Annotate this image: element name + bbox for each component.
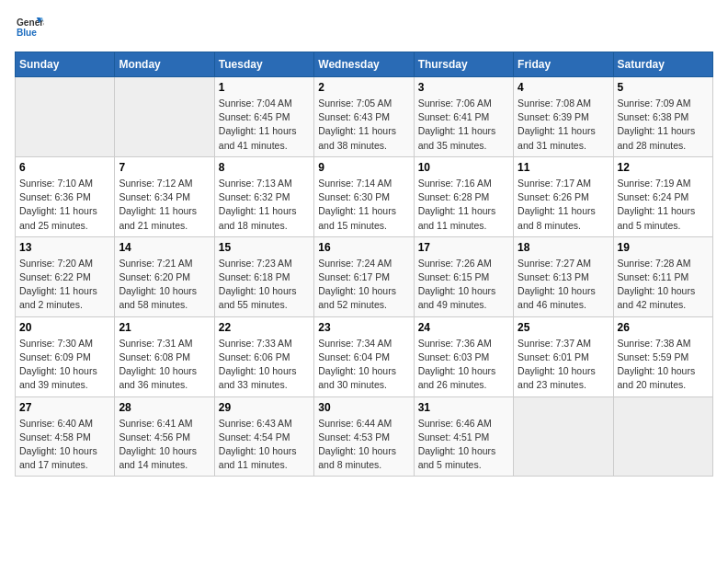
weekday-header: Tuesday (214, 52, 313, 77)
day-number: 22 (219, 321, 310, 334)
day-number: 21 (119, 321, 210, 334)
day-number: 12 (618, 161, 709, 174)
day-number: 10 (418, 161, 509, 174)
calendar-cell (514, 396, 613, 477)
page-header: General Blue (15, 15, 713, 40)
day-number: 29 (219, 401, 310, 414)
calendar-header-row: SundayMondayTuesdayWednesdayThursdayFrid… (16, 52, 713, 77)
day-detail: Sunrise: 7:27 AMSunset: 6:13 PMDaylight:… (518, 257, 609, 313)
weekday-header: Monday (115, 52, 214, 77)
day-number: 16 (318, 241, 409, 254)
day-detail: Sunrise: 7:09 AMSunset: 6:38 PMDaylight:… (618, 97, 709, 153)
calendar-cell (613, 396, 712, 477)
day-detail: Sunrise: 7:08 AMSunset: 6:39 PMDaylight:… (518, 97, 609, 153)
calendar-cell: 17Sunrise: 7:26 AMSunset: 6:15 PMDayligh… (414, 236, 513, 316)
day-detail: Sunrise: 7:12 AMSunset: 6:34 PMDaylight:… (119, 177, 210, 233)
calendar-cell: 4Sunrise: 7:08 AMSunset: 6:39 PMDaylight… (514, 77, 613, 157)
day-detail: Sunrise: 6:41 AMSunset: 4:56 PMDaylight:… (119, 417, 210, 473)
day-detail: Sunrise: 7:26 AMSunset: 6:15 PMDaylight:… (418, 257, 509, 313)
day-number: 17 (418, 241, 509, 254)
day-number: 6 (19, 161, 110, 174)
day-number: 24 (418, 321, 509, 334)
day-detail: Sunrise: 7:14 AMSunset: 6:30 PMDaylight:… (318, 177, 409, 233)
day-detail: Sunrise: 7:04 AMSunset: 6:45 PMDaylight:… (219, 97, 310, 153)
calendar-cell: 20Sunrise: 7:30 AMSunset: 6:09 PMDayligh… (16, 316, 115, 396)
calendar-cell: 21Sunrise: 7:31 AMSunset: 6:08 PMDayligh… (115, 316, 214, 396)
weekday-header: Saturday (613, 52, 712, 77)
day-number: 13 (19, 241, 110, 254)
calendar-cell: 23Sunrise: 7:34 AMSunset: 6:04 PMDayligh… (314, 316, 414, 396)
weekday-header: Friday (514, 52, 613, 77)
day-detail: Sunrise: 7:06 AMSunset: 6:41 PMDaylight:… (418, 97, 509, 153)
day-detail: Sunrise: 6:46 AMSunset: 4:51 PMDaylight:… (418, 417, 509, 473)
day-detail: Sunrise: 6:40 AMSunset: 4:58 PMDaylight:… (19, 417, 110, 473)
calendar-week-row: 13Sunrise: 7:20 AMSunset: 6:22 PMDayligh… (16, 236, 713, 316)
calendar-cell: 2Sunrise: 7:05 AMSunset: 6:43 PMDaylight… (314, 77, 414, 157)
day-number: 23 (318, 321, 409, 334)
day-detail: Sunrise: 7:16 AMSunset: 6:28 PMDaylight:… (418, 177, 509, 233)
day-number: 31 (418, 401, 509, 414)
calendar-cell: 28Sunrise: 6:41 AMSunset: 4:56 PMDayligh… (115, 396, 214, 477)
logo-icon: General Blue (15, 15, 44, 40)
day-detail: Sunrise: 7:34 AMSunset: 6:04 PMDaylight:… (318, 337, 409, 393)
calendar-cell: 15Sunrise: 7:23 AMSunset: 6:18 PMDayligh… (214, 236, 313, 316)
day-detail: Sunrise: 6:44 AMSunset: 4:53 PMDaylight:… (318, 417, 409, 473)
calendar-cell: 8Sunrise: 7:13 AMSunset: 6:32 PMDaylight… (214, 156, 313, 236)
day-number: 1 (219, 81, 310, 94)
weekday-header: Wednesday (314, 52, 414, 77)
day-number: 5 (618, 81, 709, 94)
calendar-cell: 9Sunrise: 7:14 AMSunset: 6:30 PMDaylight… (314, 156, 414, 236)
calendar-week-row: 20Sunrise: 7:30 AMSunset: 6:09 PMDayligh… (16, 316, 713, 396)
day-detail: Sunrise: 7:38 AMSunset: 5:59 PMDaylight:… (618, 337, 709, 393)
day-detail: Sunrise: 7:24 AMSunset: 6:17 PMDaylight:… (318, 257, 409, 313)
calendar-cell: 29Sunrise: 6:43 AMSunset: 4:54 PMDayligh… (214, 396, 313, 477)
day-number: 26 (618, 321, 709, 334)
day-detail: Sunrise: 7:33 AMSunset: 6:06 PMDaylight:… (219, 337, 310, 393)
calendar-cell: 11Sunrise: 7:17 AMSunset: 6:26 PMDayligh… (514, 156, 613, 236)
calendar-cell: 27Sunrise: 6:40 AMSunset: 4:58 PMDayligh… (16, 396, 115, 477)
calendar-cell: 31Sunrise: 6:46 AMSunset: 4:51 PMDayligh… (414, 396, 513, 477)
calendar-cell: 16Sunrise: 7:24 AMSunset: 6:17 PMDayligh… (314, 236, 414, 316)
day-detail: Sunrise: 7:23 AMSunset: 6:18 PMDaylight:… (219, 257, 310, 313)
calendar-cell: 22Sunrise: 7:33 AMSunset: 6:06 PMDayligh… (214, 316, 313, 396)
calendar-cell: 7Sunrise: 7:12 AMSunset: 6:34 PMDaylight… (115, 156, 214, 236)
calendar-cell: 13Sunrise: 7:20 AMSunset: 6:22 PMDayligh… (16, 236, 115, 316)
logo: General Blue (15, 15, 48, 40)
day-number: 25 (518, 321, 609, 334)
day-number: 15 (219, 241, 310, 254)
day-detail: Sunrise: 7:20 AMSunset: 6:22 PMDaylight:… (19, 257, 110, 313)
day-number: 3 (418, 81, 509, 94)
svg-text:Blue: Blue (17, 28, 37, 38)
day-detail: Sunrise: 7:37 AMSunset: 6:01 PMDaylight:… (518, 337, 609, 393)
calendar-week-row: 1Sunrise: 7:04 AMSunset: 6:45 PMDaylight… (16, 77, 713, 157)
day-number: 9 (318, 161, 409, 174)
day-detail: Sunrise: 7:21 AMSunset: 6:20 PMDaylight:… (119, 257, 210, 313)
calendar-cell: 18Sunrise: 7:27 AMSunset: 6:13 PMDayligh… (514, 236, 613, 316)
day-detail: Sunrise: 7:05 AMSunset: 6:43 PMDaylight:… (318, 97, 409, 153)
day-detail: Sunrise: 7:28 AMSunset: 6:11 PMDaylight:… (618, 257, 709, 313)
calendar-cell: 14Sunrise: 7:21 AMSunset: 6:20 PMDayligh… (115, 236, 214, 316)
day-number: 7 (119, 161, 210, 174)
day-detail: Sunrise: 7:13 AMSunset: 6:32 PMDaylight:… (219, 177, 310, 233)
calendar-cell: 26Sunrise: 7:38 AMSunset: 5:59 PMDayligh… (613, 316, 712, 396)
calendar-cell: 25Sunrise: 7:37 AMSunset: 6:01 PMDayligh… (514, 316, 613, 396)
calendar-cell: 10Sunrise: 7:16 AMSunset: 6:28 PMDayligh… (414, 156, 513, 236)
calendar-week-row: 27Sunrise: 6:40 AMSunset: 4:58 PMDayligh… (16, 396, 713, 477)
calendar-cell: 24Sunrise: 7:36 AMSunset: 6:03 PMDayligh… (414, 316, 513, 396)
calendar-cell: 19Sunrise: 7:28 AMSunset: 6:11 PMDayligh… (613, 236, 712, 316)
day-number: 14 (119, 241, 210, 254)
day-number: 4 (518, 81, 609, 94)
calendar-cell: 5Sunrise: 7:09 AMSunset: 6:38 PMDaylight… (613, 77, 712, 157)
day-number: 2 (318, 81, 409, 94)
weekday-header: Thursday (414, 52, 513, 77)
day-detail: Sunrise: 7:10 AMSunset: 6:36 PMDaylight:… (19, 177, 110, 233)
day-number: 20 (19, 321, 110, 334)
calendar-table: SundayMondayTuesdayWednesdayThursdayFrid… (15, 52, 713, 477)
calendar-cell (115, 77, 214, 157)
day-detail: Sunrise: 7:31 AMSunset: 6:08 PMDaylight:… (119, 337, 210, 393)
day-number: 30 (318, 401, 409, 414)
day-detail: Sunrise: 7:19 AMSunset: 6:24 PMDaylight:… (618, 177, 709, 233)
calendar-cell: 12Sunrise: 7:19 AMSunset: 6:24 PMDayligh… (613, 156, 712, 236)
day-number: 18 (518, 241, 609, 254)
day-number: 11 (518, 161, 609, 174)
